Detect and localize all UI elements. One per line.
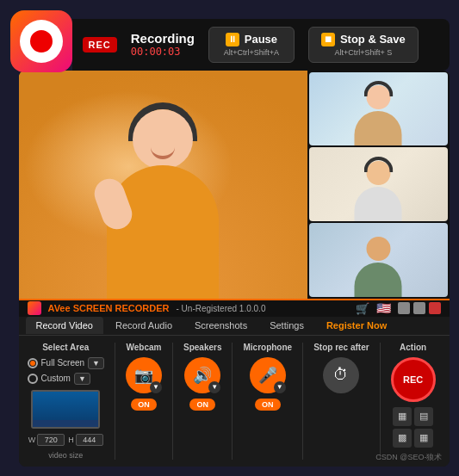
tab-register-now[interactable]: Register Now xyxy=(316,317,397,334)
stop-save-button[interactable]: ⏹ Stop & Save Alt+Ctrl+Shift+ S xyxy=(308,27,419,63)
tab-settings[interactable]: Settings xyxy=(259,317,314,334)
width-input-wrap: W xyxy=(28,434,65,446)
mini-headphones-1 xyxy=(363,81,393,96)
mini-body-3 xyxy=(355,263,402,297)
side-video-3 xyxy=(309,223,448,297)
microphone-icon: 🎤 xyxy=(258,366,277,385)
maximize-button[interactable] xyxy=(413,302,425,314)
custom-radio[interactable] xyxy=(28,374,38,384)
section-select-area: Select Area Full Screen ▼ Custom xyxy=(28,343,105,460)
app-icon xyxy=(10,10,72,72)
action-icon-2: ▤ xyxy=(419,411,428,422)
ctrl-app-name: AVee SCREEN RECORDER xyxy=(48,303,170,313)
pause-btn-label: ⏸ Pause xyxy=(226,33,277,46)
person-head xyxy=(133,109,193,170)
action-icon-3: ▩ xyxy=(398,432,406,443)
height-input[interactable] xyxy=(76,434,103,446)
rec-timer: 00:00:03 xyxy=(131,46,195,58)
webcam-icon: 📷 xyxy=(134,366,153,385)
microphone-icon-button[interactable]: 🎤 ▼ xyxy=(250,357,286,393)
full-screen-radio[interactable] xyxy=(28,358,38,368)
action-grid: ▦ ▤ ▩ ▦ xyxy=(393,407,433,448)
stop-shortcut: Alt+Ctrl+Shift+ S xyxy=(334,48,392,57)
stop-icon: ⏹ xyxy=(321,33,335,46)
mini-head-wrap-3 xyxy=(366,237,390,263)
app-icon-circle xyxy=(27,27,56,56)
stop-icon-symbol: ⏹ xyxy=(324,34,332,44)
microphone-toggle[interactable]: ON xyxy=(255,399,281,411)
divider-1 xyxy=(115,343,115,460)
action-label: Action xyxy=(400,343,426,352)
speakers-icon: 🔊 xyxy=(193,366,212,385)
rec-info: Recording 00:00:03 xyxy=(131,31,195,58)
mini-person-3 xyxy=(355,237,402,297)
ctrl-subtitle: - Un-Registered 1.0.0.0 xyxy=(177,304,266,313)
smile xyxy=(151,147,175,159)
cart-icon[interactable]: 🛒 xyxy=(356,302,369,315)
flag-icon: 🇺🇸 xyxy=(376,301,391,315)
rec-status-label: Recording xyxy=(131,31,195,46)
stop-rec-after-icon-button[interactable]: ⏱ xyxy=(323,357,359,393)
tab-record-audio[interactable]: Record Audio xyxy=(105,317,183,334)
speakers-dropdown-arrow[interactable]: ▼ xyxy=(208,381,220,393)
stop-label: Stop & Save xyxy=(340,33,406,46)
video-size-label: video size xyxy=(48,451,83,460)
watermark: CSDN @SEO-狼术 xyxy=(375,452,442,463)
ctrl-tabs: Record Video Record Audio Screenshots Se… xyxy=(19,317,450,335)
screen-preview xyxy=(31,390,100,429)
section-action: Action REC ▦ ▤ ▩ ▦ xyxy=(391,343,436,460)
rec-big-button[interactable]: REC xyxy=(391,357,436,402)
custom-dropdown-arrow: ▼ xyxy=(78,374,86,383)
control-bar: AVee SCREEN RECORDER - Un-Registered 1.0… xyxy=(19,299,450,467)
tab-record-video[interactable]: Record Video xyxy=(26,317,103,334)
webcam-toggle[interactable]: ON xyxy=(131,399,157,411)
divider-5 xyxy=(380,343,381,460)
action-icon-4: ▦ xyxy=(419,432,428,443)
mini-head-3 xyxy=(366,237,390,261)
action-cell-1[interactable]: ▦ xyxy=(393,407,412,426)
height-input-wrap: H xyxy=(68,434,103,446)
stop-timer-icon: ⏱ xyxy=(333,366,349,384)
main-video-person xyxy=(19,71,307,299)
height-label: H xyxy=(68,436,74,444)
close-button[interactable] xyxy=(429,302,441,314)
custom-option[interactable]: Custom ▼ xyxy=(28,373,105,385)
window-buttons xyxy=(398,302,441,314)
webcam-dropdown-arrow[interactable]: ▼ xyxy=(150,381,162,393)
mini-person-2 xyxy=(355,161,402,221)
pause-label: Pause xyxy=(245,33,277,46)
custom-label: Custom xyxy=(41,374,71,383)
width-label: W xyxy=(28,436,36,444)
divider-3 xyxy=(232,343,233,460)
full-screen-dropdown[interactable]: ▼ xyxy=(88,357,104,369)
recording-bar: REC Recording 00:00:03 ⏸ Pause Alt+Ctrl+… xyxy=(72,19,450,71)
webcam-icon-button[interactable]: 📷 ▼ xyxy=(126,357,162,393)
mini-body-1 xyxy=(355,111,402,145)
speakers-toggle[interactable]: ON xyxy=(189,399,215,411)
rec-badge: REC xyxy=(83,37,117,53)
wh-row: W H xyxy=(28,434,103,446)
action-cell-4[interactable]: ▦ xyxy=(414,429,433,448)
width-input[interactable] xyxy=(37,434,65,446)
action-cell-3[interactable]: ▩ xyxy=(393,429,412,448)
app-icon-inner xyxy=(20,20,63,63)
full-screen-label: Full Screen xyxy=(41,358,85,368)
side-video-2 xyxy=(309,147,448,221)
main-window: AVee SCREEN RECORDER - Un-Registered 1.0… xyxy=(19,71,450,467)
pause-button[interactable]: ⏸ Pause Alt+Ctrl+Shift+A xyxy=(208,27,295,63)
speakers-icon-button[interactable]: 🔊 ▼ xyxy=(184,357,220,393)
section-webcam: Webcam 📷 ▼ ON xyxy=(126,343,162,460)
minimize-button[interactable] xyxy=(398,302,410,314)
custom-dropdown[interactable]: ▼ xyxy=(74,373,90,385)
tab-screenshots[interactable]: Screenshots xyxy=(184,317,257,334)
mini-head-wrap-2 xyxy=(366,161,390,187)
ctrl-title-bar: AVee SCREEN RECORDER - Un-Registered 1.0… xyxy=(19,300,450,318)
divider-2 xyxy=(172,343,173,460)
mini-head-wrap-1 xyxy=(366,85,390,111)
select-area-label: Select Area xyxy=(42,343,89,352)
full-screen-option[interactable]: Full Screen ▼ xyxy=(28,357,105,369)
microphone-dropdown-arrow[interactable]: ▼ xyxy=(274,381,286,393)
ctrl-app-icon xyxy=(28,301,41,315)
action-cell-2[interactable]: ▤ xyxy=(414,407,433,426)
divider-4 xyxy=(302,343,303,460)
